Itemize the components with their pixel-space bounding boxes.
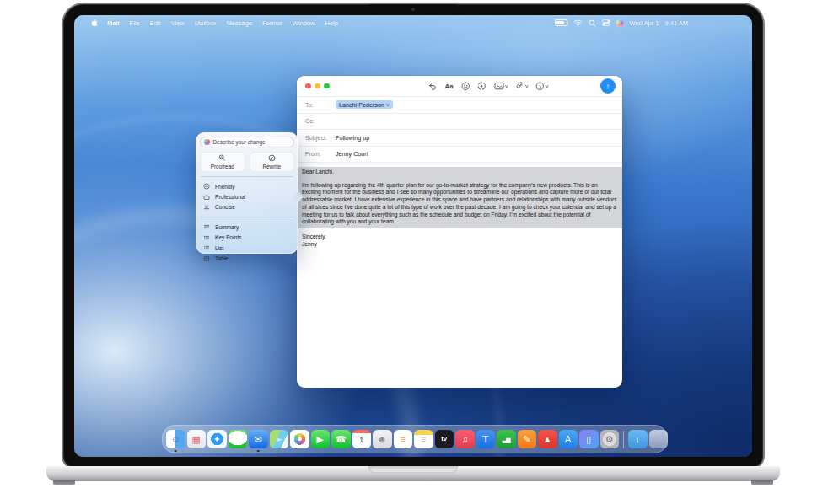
- window-titlebar[interactable]: Aa ∨ ∨: [297, 76, 622, 96]
- subject-label: Subject:: [305, 134, 336, 142]
- chevron-down-icon: ∨: [504, 83, 508, 88]
- writing-tools-item-friendly[interactable]: Friendly: [200, 181, 294, 191]
- concise-icon: [202, 204, 211, 211]
- apple-intelligence-icon[interactable]: [477, 82, 487, 91]
- tv-glyph: tv: [441, 436, 447, 442]
- menu-mail[interactable]: Mail: [102, 19, 125, 27]
- dock-music[interactable]: ♫: [455, 430, 475, 449]
- control-center-icon[interactable]: [602, 19, 610, 26]
- dock-reminders[interactable]: ≡: [394, 430, 413, 449]
- chevron-down-icon: ∨: [524, 83, 529, 88]
- dock-app-store[interactable]: A: [559, 430, 578, 449]
- selected-text-block[interactable]: Dear Lanchi, I'm following up regarding …: [297, 167, 622, 228]
- writing-tools-item-summary[interactable]: Summary: [200, 222, 294, 232]
- subject-value: Following up: [336, 134, 369, 142]
- item-label: Professional: [215, 194, 245, 200]
- dock: ☺▦✦✉➢▶☎1☻≡≡tv♫⊤▃▆✎▲A▯⚙ ↓: [162, 425, 668, 453]
- pages-glyph: ✎: [523, 435, 530, 444]
- attachment-group[interactable]: ∨: [515, 82, 528, 91]
- menubar-date[interactable]: Wed Apr 1: [630, 19, 659, 27]
- macbook-frame: Mail FileEditViewMailboxMessageFormatWin…: [63, 4, 763, 468]
- format-text-button[interactable]: Aa: [444, 83, 453, 90]
- item-label: Friendly: [215, 184, 234, 190]
- dock-tv[interactable]: tv: [435, 430, 454, 449]
- menu-mailbox[interactable]: Mailbox: [190, 19, 222, 27]
- friendly-icon: [202, 183, 211, 190]
- trash-icon: [649, 430, 669, 449]
- writing-tools-item-professional[interactable]: Professional: [200, 191, 294, 201]
- iphone-mirroring-glyph: ▯: [586, 435, 591, 444]
- dock-contacts[interactable]: ☻: [373, 430, 392, 449]
- emoji-icon[interactable]: [461, 82, 470, 91]
- from-field[interactable]: From: Jenny Court: [297, 146, 622, 163]
- numbers-glyph: ▃▆: [503, 437, 510, 442]
- dock-launchpad[interactable]: ▦: [187, 430, 207, 449]
- cc-field[interactable]: Cc:: [297, 113, 622, 130]
- minimize-button[interactable]: [315, 83, 320, 89]
- calendar-glyph: 1: [359, 437, 363, 444]
- dock-messages[interactable]: [229, 430, 248, 449]
- zoom-button[interactable]: [324, 83, 330, 89]
- system-settings-glyph: ⚙: [605, 435, 614, 444]
- siri-icon[interactable]: [616, 19, 624, 27]
- body-greeting: Dear Lanchi,: [302, 169, 617, 176]
- apple-logo-icon[interactable]: [91, 19, 99, 27]
- photo-browser-group[interactable]: ∨: [494, 82, 508, 90]
- rewrite-button[interactable]: Rewrite: [250, 152, 295, 172]
- notes-glyph: ≡: [421, 435, 426, 444]
- writing-tools-item-concise[interactable]: Concise: [200, 202, 294, 212]
- running-indicator: [175, 450, 177, 453]
- dock-maps[interactable]: ➢: [270, 430, 289, 449]
- to-label: To:: [305, 101, 336, 109]
- dock-system-settings[interactable]: ⚙: [600, 430, 620, 449]
- wifi-icon[interactable]: [573, 19, 583, 26]
- dock-mail[interactable]: ✉: [249, 430, 268, 449]
- menu-message[interactable]: Message: [222, 19, 257, 27]
- menu-window[interactable]: Window: [288, 19, 320, 27]
- divider: [201, 217, 293, 217]
- writing-tools-item-key-points[interactable]: Key Points: [200, 233, 294, 243]
- undo-icon[interactable]: [427, 82, 437, 91]
- battery-icon[interactable]: [555, 19, 567, 26]
- dock-trash[interactable]: [649, 430, 669, 449]
- dock-rocket-app[interactable]: ▲: [538, 430, 557, 449]
- dock-downloads-folder[interactable]: ↓: [628, 430, 648, 449]
- spotlight-search-icon[interactable]: [589, 19, 596, 27]
- send-button[interactable]: ↑: [600, 78, 616, 94]
- menu-file[interactable]: File: [125, 19, 145, 27]
- menu-view[interactable]: View: [166, 19, 190, 27]
- dock-notes[interactable]: ≡: [414, 430, 433, 449]
- dock-finder[interactable]: ☺: [166, 430, 185, 449]
- menu-help[interactable]: Help: [320, 19, 342, 27]
- rewrite-icon: [267, 154, 276, 162]
- finder-glyph: ☺: [171, 435, 180, 444]
- dock-calendar[interactable]: 1: [352, 430, 372, 449]
- dock-facetime[interactable]: ▶: [311, 430, 331, 449]
- describe-change-input[interactable]: Describe your change: [200, 137, 294, 147]
- writing-tools-item-list[interactable]: List: [200, 243, 294, 253]
- dock-pages[interactable]: ✎: [518, 430, 537, 449]
- proofread-button[interactable]: Proofread: [200, 152, 245, 172]
- dock-numbers[interactable]: ▃▆: [497, 430, 516, 449]
- dock-photos[interactable]: [290, 430, 309, 449]
- dock-phone[interactable]: ☎: [331, 430, 351, 449]
- dock-divider: [623, 431, 624, 448]
- to-field[interactable]: To: Lanchi Pederson ∨: [297, 96, 622, 113]
- send-later-clock-icon: [535, 82, 545, 91]
- dock-keynote[interactable]: ⊤: [476, 430, 496, 449]
- app-store-glyph: A: [565, 435, 571, 444]
- item-label: Summary: [215, 224, 239, 230]
- laptop-foot: [53, 480, 75, 485]
- dock-safari[interactable]: ✦: [207, 430, 227, 449]
- recipient-token[interactable]: Lanchi Pederson ∨: [336, 100, 393, 109]
- menubar-time[interactable]: 9:41 AM: [664, 19, 688, 27]
- menu-format[interactable]: Format: [257, 19, 288, 27]
- dock-iphone-mirroring[interactable]: ▯: [579, 430, 599, 449]
- writing-tools-item-table[interactable]: Table: [200, 253, 294, 263]
- close-button[interactable]: [305, 83, 311, 89]
- send-later-group[interactable]: ∨: [535, 82, 548, 91]
- menu-edit[interactable]: Edit: [145, 19, 166, 27]
- message-body[interactable]: Dear Lanchi, I'm following up regarding …: [297, 162, 622, 248]
- subject-field[interactable]: Subject: Following up: [297, 129, 622, 146]
- contacts-glyph: ☻: [377, 435, 387, 444]
